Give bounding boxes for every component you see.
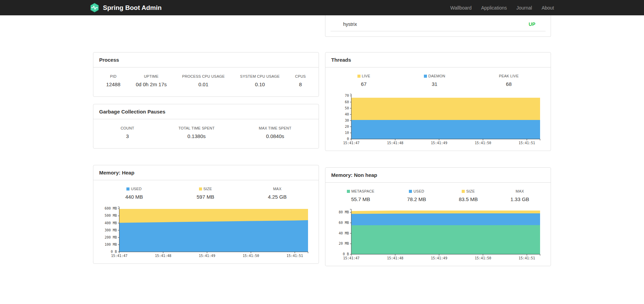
left-column: Process PID 12488 UPTIME 0d 0h 2m 17s PR… [93,15,319,264]
legend-value: 67 [357,81,370,87]
nav-link-wallboard[interactable]: Wallboard [450,5,472,11]
memory-heap-panel: Memory: Heap USED 440 MB SIZE 597 MB [93,165,319,264]
svg-text:200 MB: 200 MB [104,235,117,239]
legend-label: SIZE [197,187,214,191]
svg-text:30: 30 [344,119,349,122]
svg-text:300 MB: 300 MB [104,228,117,232]
legend-label: USED [125,187,143,191]
svg-text:15:41:50: 15:41:50 [475,256,491,260]
legend-value: 440 MB [125,194,143,200]
navbar: Spring Boot Admin Wallboard Applications… [0,0,644,15]
main-content: Process PID 12488 UPTIME 0d 0h 2m 17s PR… [93,15,551,266]
legend-item-size: SIZE 597 MB [197,187,214,200]
gc-stats: COUNT 3 TOTAL TIME SPENT 0.1380s MAX TIM… [93,119,319,148]
svg-text:40 MB: 40 MB [338,231,349,235]
heap-legend: USED 440 MB SIZE 597 MB MAX 4.25 GB [93,180,319,200]
stat-item-max-time: MAX TIME SPENT 0.0840s [259,126,292,139]
nonheap-panel-title: Memory: Non heap [325,168,551,183]
svg-text:15:41:48: 15:41:48 [387,141,403,145]
legend-label: LIVE [357,74,370,78]
nav-link-journal[interactable]: Journal [516,5,532,11]
legend-item-used: USED 78.2 MB [407,189,426,202]
right-column: hystrix UP Threads LIVE 67 DAEMON [325,15,551,266]
health-fragment-panel: hystrix UP [325,15,551,37]
stat-label: TOTAL TIME SPENT [179,126,215,130]
svg-text:15:41:51: 15:41:51 [519,141,535,145]
svg-text:15:41:47: 15:41:47 [343,141,359,145]
process-stats: PID 12488 UPTIME 0d 0h 2m 17s PROCESS CP… [93,67,319,96]
legend-swatch-blue-icon [424,75,427,78]
stat-value: 0.10 [240,81,280,87]
stat-label: PROCESS CPU USAGE [182,74,225,78]
gc-pauses-panel: Garbage Collection Pauses COUNT 3 TOTAL … [93,104,319,149]
svg-text:50: 50 [344,106,349,110]
legend-item-peak-live: PEAK LIVE 68 [499,74,519,87]
gc-panel-title: Garbage Collection Pauses [93,104,319,119]
legend-label: DAEMON [424,74,445,78]
threads-panel: Threads LIVE 67 DAEMON 31 [325,52,551,151]
heap-area-chart: 0 B100 MB200 MB300 MB400 MB500 MB600 MB1… [93,200,319,263]
spring-boot-admin-logo-icon [90,3,99,12]
legend-label-text: LIVE [362,74,370,78]
heap-panel-title: Memory: Heap [93,165,319,180]
stat-label: PID [106,74,121,78]
threads-panel-title: Threads [325,52,551,67]
legend-label-text: USED [131,187,141,191]
svg-text:0 B: 0 B [342,252,349,256]
legend-swatch-yellow-icon [462,190,465,193]
memory-nonheap-panel: Memory: Non heap METASPACE 55.7 MB USED … [325,167,551,266]
legend-value: 1.33 GB [510,196,529,202]
svg-text:15:41:47: 15:41:47 [111,254,127,258]
svg-text:600 MB: 600 MB [104,207,117,210]
service-name: hystrix [343,21,357,27]
legend-label: PEAK LIVE [499,74,519,78]
svg-text:15:41:49: 15:41:49 [431,256,447,260]
svg-text:15:41:49: 15:41:49 [431,141,447,145]
legend-item-max: MAX 4.25 GB [268,187,287,200]
svg-text:100 MB: 100 MB [104,243,117,246]
brand-link[interactable]: Spring Boot Admin [90,3,162,12]
svg-text:80 MB: 80 MB [338,210,349,214]
legend-swatch-blue-icon [409,190,412,193]
legend-label: MAX [510,189,529,193]
legend-label-text: MAX [273,187,281,191]
legend-value: 83.5 MB [459,196,478,202]
legend-value: 31 [424,81,445,87]
navbar-inner: Spring Boot Admin Wallboard Applications… [87,0,557,15]
nav-links: Wallboard Applications Journal About [450,5,554,11]
stat-label: COUNT [121,126,134,130]
nav-link-applications[interactable]: Applications [481,5,507,11]
svg-text:15:41:50: 15:41:50 [243,254,259,258]
legend-value: 55.7 MB [347,196,374,202]
stat-value: 0d 0h 2m 17s [136,81,167,87]
stat-value: 12488 [106,81,121,87]
legend-label-text: DAEMON [428,74,445,78]
svg-text:15:41:47: 15:41:47 [343,256,359,260]
legend-item-live: LIVE 67 [357,74,370,87]
svg-text:15:41:51: 15:41:51 [519,256,535,260]
legend-value: 78.2 MB [407,196,426,202]
stat-value: 0.0840s [259,133,292,139]
svg-text:20: 20 [344,125,349,128]
nonheap-legend: METASPACE 55.7 MB USED 78.2 MB SIZE [325,183,551,202]
threads-area-chart: 01020304050607015:41:4715:41:4815:41:491… [325,87,551,151]
stat-item-system-cpu: SYSTEM CPU USAGE 0.10 [240,74,280,87]
legend-value: 597 MB [197,194,214,200]
process-panel: Process PID 12488 UPTIME 0d 0h 2m 17s PR… [93,52,319,97]
legend-label: SIZE [459,189,478,193]
legend-swatch-yellow-icon [199,187,202,191]
legend-item-size: SIZE 83.5 MB [459,189,478,202]
svg-text:15:41:48: 15:41:48 [155,254,171,258]
stat-item-total-time: TOTAL TIME SPENT 0.1380s [179,126,215,139]
nav-link-about[interactable]: About [541,5,554,11]
svg-text:40: 40 [344,112,349,116]
stat-value: 3 [121,133,134,139]
legend-item-daemon: DAEMON 31 [424,74,445,87]
svg-text:15:41:49: 15:41:49 [199,254,215,258]
stat-label: SYSTEM CPU USAGE [240,74,280,78]
legend-item-max: MAX 1.33 GB [510,189,529,202]
svg-text:15:41:50: 15:41:50 [475,141,491,145]
legend-item-metaspace: METASPACE 55.7 MB [347,189,374,202]
svg-text:70: 70 [344,94,349,97]
svg-text:15:41:51: 15:41:51 [287,254,303,258]
